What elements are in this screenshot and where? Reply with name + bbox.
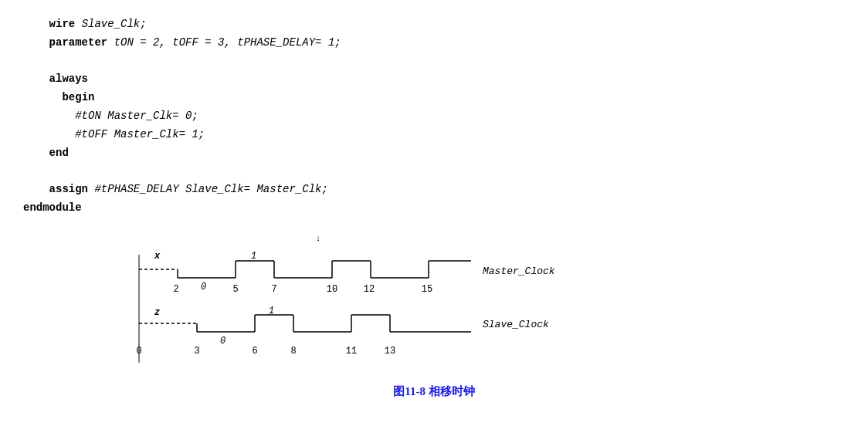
time-2: 2: [173, 284, 178, 295]
var-slave-clk: Slave_Clk;: [82, 18, 147, 30]
slave-clock-label: Slave_Clock: [483, 319, 549, 330]
code-line-9: endmodule: [23, 199, 845, 218]
figure-caption: 图11-8 相移时钟: [23, 384, 845, 399]
master-1-label: 1: [251, 251, 256, 262]
master-0-label: 0: [201, 282, 206, 293]
time-7: 7: [271, 284, 276, 295]
code-line-3: always: [23, 70, 845, 89]
param-values: tON = 2, tOFF = 3, tPHASE_DELAY= 1;: [114, 36, 341, 49]
code-line-8: assign #tPHASE_DELAY Slave_Clk= Master_C…: [23, 181, 845, 199]
time-bot-11: 11: [346, 346, 357, 357]
code-line-6: #tOFF Master_Clk= 1;: [23, 126, 845, 144]
time-bot-13: 13: [385, 346, 395, 357]
stmt-toff: #tOFF Master_Clk= 1;: [75, 128, 205, 140]
master-x-label: x: [154, 251, 161, 262]
code-line-2: parameter tON = 2, tOFF = 3, tPHASE_DELA…: [23, 34, 845, 52]
code-line-7: end: [23, 144, 845, 163]
code-line-5: #tON Master_Clk= 0;: [23, 107, 845, 126]
timing-diagram: ↓ x 0: [116, 232, 656, 378]
time-bot-3: 3: [194, 346, 199, 357]
code-line-4: begin: [23, 89, 845, 107]
kw-assign: assign: [49, 183, 88, 195]
code-line-1: wire Slave_Clk;: [23, 15, 845, 34]
master-clock-label: Master_Clock: [483, 265, 555, 277]
time-15: 15: [422, 284, 432, 295]
stmt-assign: #tPHASE_DELAY Slave_Clk= Master_Clk;: [94, 183, 327, 195]
slave-1-label: 1: [269, 306, 274, 316]
kw-always: always: [49, 73, 88, 85]
kw-endmodule: endmodule: [23, 201, 82, 214]
code-line-blank1: [23, 52, 845, 71]
kw-wire: wire: [49, 18, 76, 30]
code-line-blank2: [23, 162, 845, 181]
time-10: 10: [327, 284, 337, 295]
top-tick: ↓: [316, 234, 321, 243]
kw-begin: begin: [62, 91, 94, 103]
time-bot-8: 8: [290, 346, 296, 357]
kw-end: end: [49, 147, 69, 159]
code-block: wire Slave_Clk; parameter tON = 2, tOFF …: [23, 15, 845, 218]
time-12: 12: [364, 284, 375, 295]
slave-z-label: z: [154, 307, 160, 318]
time-bot-6: 6: [252, 346, 257, 357]
time-5: 5: [232, 284, 238, 295]
kw-parameter: parameter: [49, 36, 108, 49]
timing-svg: ↓ x 0: [116, 232, 656, 378]
stmt-ton: #tON Master_Clk= 0;: [75, 110, 198, 122]
slave-0-label: 0: [220, 336, 225, 347]
